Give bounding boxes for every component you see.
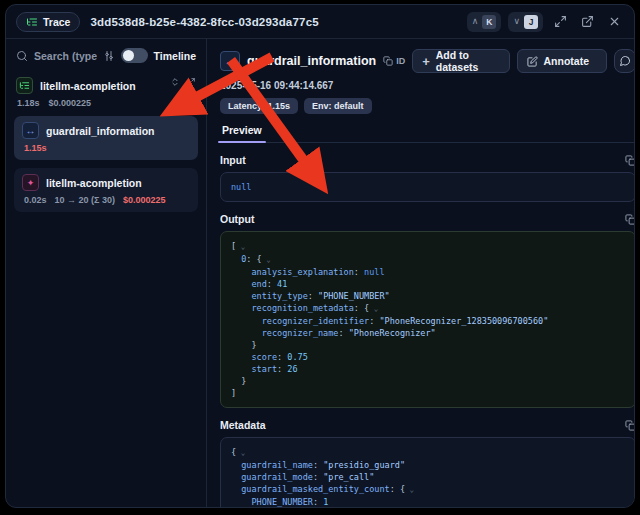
annotate-split-button: Annotate xyxy=(517,49,607,73)
metadata-section: Metadata { ⌄ guardrail_name: "presidio_g… xyxy=(220,419,635,508)
input-section: Input null xyxy=(220,154,635,202)
observation-title: guardrail_information xyxy=(247,54,376,68)
collapse-all-icon[interactable] xyxy=(170,77,180,87)
timeline-toggle-label: Timeline xyxy=(154,50,196,62)
observation-tree: litellm-acompletion 1.18s $0.000225 ↔ gu… xyxy=(14,77,198,212)
close-icon xyxy=(608,15,621,28)
tree-item-label: guardrail_information xyxy=(46,125,155,137)
span-icon: ↔ xyxy=(22,122,39,139)
metadata-section-label: Metadata xyxy=(220,419,266,431)
copy-icon xyxy=(625,420,635,431)
tree-item-guardrail-information[interactable]: ↔ guardrail_information 1.15s xyxy=(14,116,198,160)
span-icon: ↔ xyxy=(220,51,240,71)
copy-output-button[interactable] xyxy=(625,214,635,225)
copy-input-button[interactable] xyxy=(625,155,635,166)
plus-icon: + xyxy=(422,55,430,68)
input-code-block[interactable]: null xyxy=(220,172,635,202)
item-latency: 1.15s xyxy=(24,143,47,153)
latency-badge: Latency: 1.15s xyxy=(220,98,298,114)
observation-timestamp: 2025-05-16 09:44:14.667 xyxy=(220,80,635,91)
output-section: Output [ ⌄ 0: { ⌄ analysis_explanation: … xyxy=(220,213,635,408)
timeline-toggle[interactable] xyxy=(121,48,148,63)
list-tree-icon xyxy=(26,16,38,28)
search-input[interactable] xyxy=(34,50,97,62)
topbar: Trace 3dd538d8-b25e-4382-8fcc-03d293da77… xyxy=(6,5,634,39)
copy-metadata-button[interactable] xyxy=(625,420,635,431)
output-section-label: Output xyxy=(220,213,254,225)
trace-id: 3dd538d8-b25e-4382-8fcc-03d293da77c5 xyxy=(90,16,318,28)
item-cost: $0.000225 xyxy=(123,195,166,205)
prev-observation-button[interactable]: ∧ K xyxy=(467,12,502,32)
trace-detail-window: Trace 3dd538d8-b25e-4382-8fcc-03d293da77… xyxy=(5,4,635,508)
maximize-icon xyxy=(554,15,567,28)
filter-sliders-icon[interactable] xyxy=(103,50,115,62)
comment-bubble-icon xyxy=(619,55,631,67)
env-badge: Env: default xyxy=(304,98,372,114)
item-latency: 0.02s xyxy=(24,195,47,205)
copy-icon xyxy=(625,155,635,166)
trace-badge-label: Trace xyxy=(43,16,70,28)
annotate-label: Annotate xyxy=(544,55,590,67)
root-cost: $0.000225 xyxy=(49,98,92,108)
chevron-down-icon: ∨ xyxy=(513,17,520,26)
tree-item-label: litellm-acompletion xyxy=(46,177,142,189)
next-observation-button[interactable]: ∨ J xyxy=(508,12,543,32)
add-to-datasets-label: Add to datasets xyxy=(436,49,500,73)
trace-icon xyxy=(16,77,33,94)
input-section-label: Input xyxy=(220,154,246,166)
expand-button[interactable] xyxy=(550,12,570,32)
copy-id-button[interactable]: ID xyxy=(383,56,405,66)
kbd-j: J xyxy=(524,15,538,29)
external-link-icon xyxy=(581,15,594,28)
kbd-k: K xyxy=(482,15,496,29)
id-label: ID xyxy=(396,56,405,66)
detail-tabs: Preview xyxy=(220,124,635,143)
trace-tree-sidebar: Timeline xyxy=(6,39,207,507)
tree-root-label: litellm-acompletion xyxy=(40,80,136,92)
open-in-new-button[interactable] xyxy=(577,12,597,32)
comments-button[interactable] xyxy=(614,49,635,73)
item-token-usage: 10 → 20 (Σ 30) xyxy=(55,195,115,205)
output-code-block[interactable]: [ ⌄ 0: { ⌄ analysis_explanation: null en… xyxy=(220,231,635,408)
copy-icon xyxy=(383,56,393,66)
observation-detail-panel: ↔ guardrail_information ID + Add to data… xyxy=(207,39,635,507)
close-button[interactable] xyxy=(604,12,624,32)
tab-preview[interactable]: Preview xyxy=(220,124,264,142)
add-to-datasets-button[interactable]: + Add to datasets xyxy=(412,49,509,73)
expand-all-icon[interactable] xyxy=(186,77,196,87)
copy-icon xyxy=(625,214,635,225)
chevron-up-icon: ∧ xyxy=(472,17,479,26)
tree-item-litellm-acompletion[interactable]: ✦ litellm-acompletion 0.02s 10 → 20 (Σ 3… xyxy=(14,168,198,212)
root-latency: 1.18s xyxy=(17,98,40,108)
annotate-button[interactable]: Annotate xyxy=(518,50,599,72)
trace-type-badge: Trace xyxy=(16,12,80,32)
generation-icon: ✦ xyxy=(22,174,39,191)
chevron-down-icon xyxy=(605,56,607,66)
annotate-dropdown-button[interactable] xyxy=(598,50,607,72)
metadata-code-block[interactable]: { ⌄ guardrail_name: "presidio_guard" gua… xyxy=(220,437,635,508)
search-icon xyxy=(16,50,28,62)
pencil-square-icon xyxy=(527,56,538,67)
